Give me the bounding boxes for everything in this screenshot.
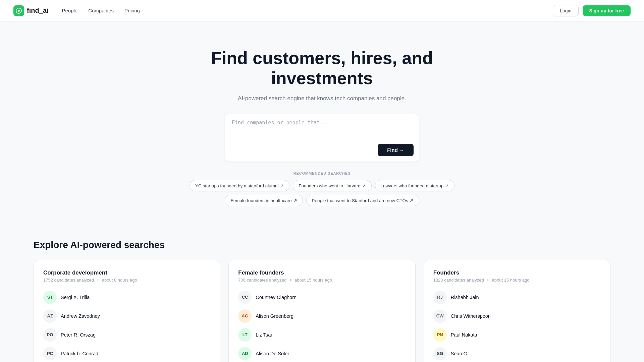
signup-button[interactable]: Sign up for free [583, 5, 631, 16]
card-title: Founders [433, 269, 601, 276]
avatar: CW [433, 309, 447, 323]
person-name: Courtney Claghorn [256, 295, 297, 300]
logo-text: find_ai [27, 7, 48, 14]
card-time: about 8 hours ago [102, 278, 137, 283]
avatar: ST [43, 291, 57, 304]
candidates-count: 1828 candidates analyzed [433, 278, 484, 283]
navbar: find_ai People Companies Pricing Login S… [0, 0, 644, 21]
person-list: ST Sergi X. Trilla AZ Andrew Zavodney PO… [43, 291, 211, 360]
meta-dot: • [487, 278, 489, 283]
avatar: AZ [43, 309, 57, 323]
explore-title: Explore AI-powered searches [34, 240, 610, 250]
avatar: SG [433, 347, 447, 360]
person-name: Andrew Zavodney [61, 313, 100, 319]
card-time: about 15 hours ago [294, 278, 332, 283]
hero-subtitle: AI-powered search engine that knows tech… [238, 95, 406, 102]
explore-card-card-female[interactable]: Female founders 706 candidates analyzed … [228, 260, 415, 362]
person-item: PN Paul Nakata [433, 328, 601, 342]
nav-companies[interactable]: Companies [88, 8, 114, 13]
recommended-section: RECOMMENDED SEARCHES YC startups founded… [190, 171, 454, 206]
person-item: AD Alison De Soler [238, 347, 406, 360]
person-name: Patrick b. Conrad [61, 351, 98, 356]
chip-row-2: Female founders in healthcare ↗ People t… [225, 195, 419, 206]
card-meta: 1828 candidates analyzed • about 15 hour… [433, 278, 601, 283]
person-name: Peter R. Orszag [61, 332, 96, 338]
svg-point-1 [18, 10, 20, 12]
person-item: CC Courtney Claghorn [238, 291, 406, 304]
person-item: AG Alison Greenberg [238, 309, 406, 323]
candidates-count: 706 candidates analyzed [238, 278, 286, 283]
avatar: AD [238, 347, 252, 360]
chip-rows: YC startups founded by a stanford alumni… [190, 180, 454, 206]
avatar: LT [238, 328, 252, 342]
avatar: CC [238, 291, 252, 304]
card-meta: 706 candidates analyzed • about 15 hours… [238, 278, 406, 283]
person-name: Rishabh Jain [451, 295, 479, 300]
person-item: ST Sergi X. Trilla [43, 291, 211, 304]
search-box: Find → [225, 114, 419, 162]
person-list: RJ Rishabh Jain CW Chris Witherspoon PN … [433, 291, 601, 360]
hero-title: Find customers, hires, and investments [205, 48, 439, 88]
logo-icon [13, 5, 24, 16]
search-footer: Find → [232, 144, 414, 156]
candidates-count: 1752 candidates analyzed [43, 278, 94, 283]
person-name: Sergi X. Trilla [61, 295, 90, 300]
person-item: CW Chris Witherspoon [433, 309, 601, 323]
person-item: PC Patrick b. Conrad [43, 347, 211, 360]
logo[interactable]: find_ai [13, 5, 48, 16]
chip-lawyers[interactable]: Lawyers who founded a startup ↗ [375, 180, 454, 191]
person-list: CC Courtney Claghorn AG Alison Greenberg… [238, 291, 406, 360]
card-title: Corporate development [43, 269, 211, 276]
person-name: Sean G. [451, 351, 469, 356]
cards-grid: Corporate development 1752 candidates an… [34, 260, 610, 362]
nav-pricing[interactable]: Pricing [124, 8, 140, 13]
explore-card-card-corporate[interactable]: Corporate development 1752 candidates an… [34, 260, 220, 362]
meta-dot: • [290, 278, 291, 283]
avatar: PO [43, 328, 57, 342]
meta-dot: • [97, 278, 99, 283]
person-item: AZ Andrew Zavodney [43, 309, 211, 323]
find-button[interactable]: Find → [378, 144, 414, 156]
person-name: Paul Nakata [451, 332, 477, 338]
chip-harvard[interactable]: Founders who went to Harvard ↗ [293, 180, 371, 191]
chip-yc-stanford[interactable]: YC startups founded by a stanford alumni… [190, 180, 289, 191]
person-name: Chris Witherspoon [451, 313, 491, 319]
hero-section: Find customers, hires, and investments A… [0, 21, 644, 226]
card-meta: 1752 candidates analyzed • about 8 hours… [43, 278, 211, 283]
avatar: PN [433, 328, 447, 342]
chip-row-1: YC startups founded by a stanford alumni… [190, 180, 454, 191]
search-input[interactable] [232, 120, 414, 140]
person-item: LT Liz Tsai [238, 328, 406, 342]
nav-people[interactable]: People [62, 8, 77, 13]
avatar: PC [43, 347, 57, 360]
avatar: RJ [433, 291, 447, 304]
explore-section: Explore AI-powered searches Corporate de… [0, 226, 644, 362]
person-name: Alison Greenberg [256, 313, 293, 319]
person-item: PO Peter R. Orszag [43, 328, 211, 342]
login-button[interactable]: Login [553, 5, 578, 16]
person-name: Liz Tsai [256, 332, 272, 338]
avatar: AG [238, 309, 252, 323]
nav-left: find_ai People Companies Pricing [13, 5, 140, 16]
person-item: SG Sean G. [433, 347, 601, 360]
chip-female-founders[interactable]: Female founders in healthcare ↗ [225, 195, 303, 206]
chip-stanford-ctos[interactable]: People that went to Stanford and are now… [306, 195, 419, 206]
card-time: about 15 hours ago [492, 278, 530, 283]
person-item: RJ Rishabh Jain [433, 291, 601, 304]
explore-card-card-founders[interactable]: Founders 1828 candidates analyzed • abou… [424, 260, 610, 362]
recommended-label: RECOMMENDED SEARCHES [190, 171, 454, 175]
card-title: Female founders [238, 269, 406, 276]
nav-links: People Companies Pricing [62, 8, 140, 13]
nav-right: Login Sign up for free [553, 5, 631, 16]
person-name: Alison De Soler [256, 351, 289, 356]
